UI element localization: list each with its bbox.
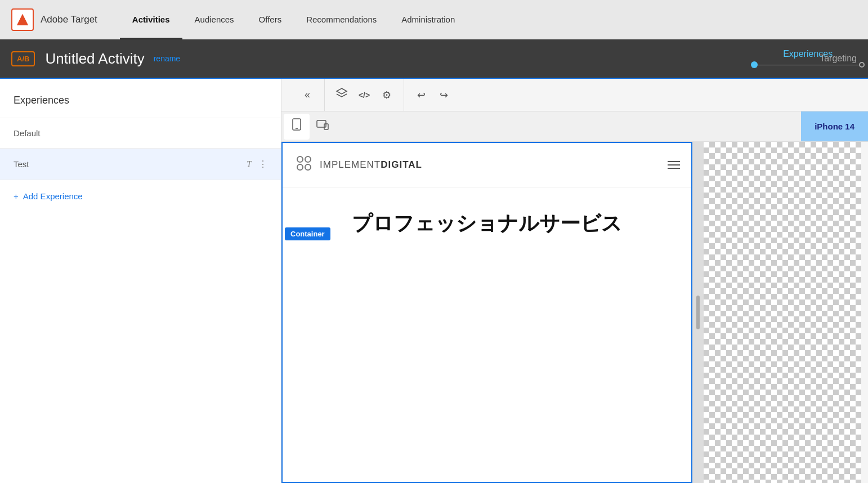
undo-icon: ↩ (417, 89, 426, 101)
text-format-icon[interactable]: T (247, 159, 252, 169)
responsive-icon (316, 119, 329, 134)
responsive-device-button[interactable] (310, 114, 335, 140)
experience-icons: T ⋮ (247, 159, 267, 169)
sidebar: Experiences Default Test T ⋮ + Add Exper… (0, 79, 281, 483)
toolbar-group-layers: </> ⚙ (325, 79, 404, 111)
svg-point-8 (305, 156, 311, 162)
main-nav: Activities Audiences Offers Recommendati… (120, 0, 467, 39)
layers-button[interactable] (332, 85, 352, 105)
canvas-content: IMPLEMENTDIGITAL プロフェッショナルサービス (281, 142, 868, 483)
main-layout: Experiences Default Test T ⋮ + Add Exper… (0, 79, 868, 483)
container-label: Container (285, 229, 330, 239)
undo-button[interactable]: ↩ (411, 85, 431, 105)
code-icon: </> (359, 91, 370, 100)
svg-point-7 (297, 156, 303, 162)
collapse-button[interactable]: « (297, 85, 317, 105)
experience-item-default[interactable]: Default (0, 118, 281, 149)
website-header: IMPLEMENTDIGITAL (283, 143, 691, 187)
nav-item-recommendations[interactable]: Recommendations (294, 0, 389, 39)
settings-button[interactable]: ⚙ (377, 85, 397, 105)
iphone-badge[interactable]: iPhone 14 (801, 111, 868, 141)
device-bar: iPhone 14 iPhone 14 (281, 111, 868, 142)
canvas-main: IMPLEMENTDIGITAL プロフェッショナルサービス (281, 142, 692, 483)
mobile-icon (291, 118, 302, 133)
step-dot-inactive (859, 62, 865, 68)
canvas-heading: プロフェッショナルサービス (294, 210, 680, 238)
canvas-border: IMPLEMENTDIGITAL プロフェッショナルサービス (281, 142, 692, 483)
nav-item-activities[interactable]: Activities (120, 0, 182, 39)
toolbar-group-collapse: « (290, 79, 325, 111)
step-dot-active (751, 61, 758, 68)
hamburger-menu[interactable] (668, 161, 680, 169)
svg-point-10 (305, 164, 311, 170)
step-targeting[interactable]: Targeting (820, 53, 857, 64)
adobe-logo (11, 8, 34, 31)
settings-icon: ⚙ (382, 89, 391, 101)
canvas-toolbar: « </> ⚙ (281, 79, 868, 111)
sidebar-header: Experiences (0, 79, 281, 118)
experience-row: Test T ⋮ (14, 159, 267, 169)
redo-icon: ↪ (440, 89, 448, 101)
svg-point-9 (297, 164, 303, 170)
rename-link[interactable]: rename (154, 54, 180, 63)
mobile-device-button[interactable] (284, 114, 310, 140)
toolbar-group-history: ↩ ↪ (404, 79, 460, 111)
layers-icon (335, 87, 348, 102)
canvas-checkered-area (704, 142, 861, 483)
logo-icon (294, 153, 314, 177)
collapse-icon: « (305, 89, 310, 101)
code-button[interactable]: </> (354, 85, 374, 105)
brand-name: Adobe Target (41, 14, 97, 25)
top-nav: Adobe Target Activities Audiences Offers… (0, 0, 868, 39)
scroll-thumb (696, 296, 700, 329)
nav-item-audiences[interactable]: Audiences (182, 0, 247, 39)
experience-item-test[interactable]: Test T ⋮ (0, 149, 281, 180)
activity-bar: A/B Untitled Activity rename Experiences… (0, 39, 868, 79)
nav-item-offers[interactable]: Offers (247, 0, 294, 39)
nav-item-administration[interactable]: Administration (389, 0, 467, 39)
logo-text: IMPLEMENTDIGITAL (320, 159, 422, 171)
add-experience-button[interactable]: + Add Experience (0, 180, 281, 212)
activity-title: Untitled Activity (45, 50, 144, 68)
redo-button[interactable]: ↪ (433, 85, 454, 105)
activity-steps: Experiences Targeting (751, 49, 857, 68)
scrollbar[interactable] (692, 142, 704, 483)
ab-badge: A/B (11, 51, 35, 66)
add-icon: + (14, 191, 19, 201)
step-connector (758, 65, 859, 65)
more-options-icon[interactable]: ⋮ (258, 159, 267, 169)
canvas-text-area: プロフェッショナルサービス (283, 187, 691, 260)
canvas-area: « </> ⚙ (281, 79, 868, 483)
svg-marker-2 (337, 88, 347, 94)
logo-area: IMPLEMENTDIGITAL (294, 153, 422, 177)
